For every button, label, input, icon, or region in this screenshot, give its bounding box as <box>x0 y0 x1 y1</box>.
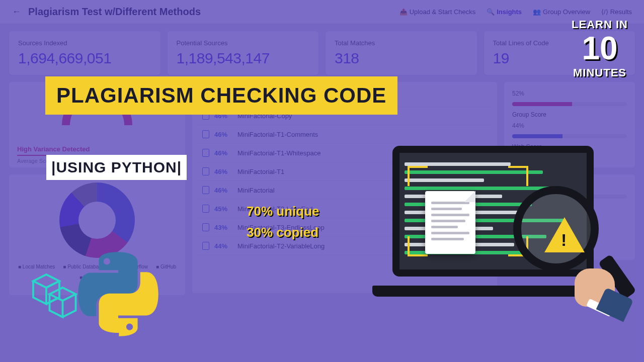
thumbnail-foreground: PLAGIARISM CHECKING CODE |USING PYTHON| … <box>0 0 644 362</box>
logos <box>20 246 171 347</box>
python-logo-icon <box>75 251 161 337</box>
learn-number: 10 <box>572 34 628 63</box>
copied-text: 30% copied <box>247 222 319 243</box>
result-text: 70% unique 30% copied <box>247 201 319 243</box>
laptop-illustration <box>372 146 619 312</box>
magnifier-ring <box>513 186 599 272</box>
learn-bottom: MINUTES <box>572 66 628 79</box>
title-banner: PLAGIARISM CHECKING CODE <box>45 76 397 115</box>
banner-text: PLAGIARISM CHECKING CODE <box>56 83 386 108</box>
focus-bracket-icon <box>408 166 428 186</box>
warning-triangle-icon <box>544 217 585 252</box>
focus-bracket-icon <box>408 236 428 256</box>
learn-badge: LEARN IN 10 MINUTES <box>572 18 628 79</box>
learn-top: LEARN IN <box>572 18 628 31</box>
hand-icon <box>568 259 628 315</box>
sub-banner-text: |USING PYTHON| <box>51 159 182 176</box>
focus-bracket-icon <box>508 166 528 186</box>
document-icon <box>425 191 475 254</box>
subtitle-banner: |USING PYTHON| <box>46 155 187 180</box>
unique-text: 70% unique <box>247 201 319 222</box>
